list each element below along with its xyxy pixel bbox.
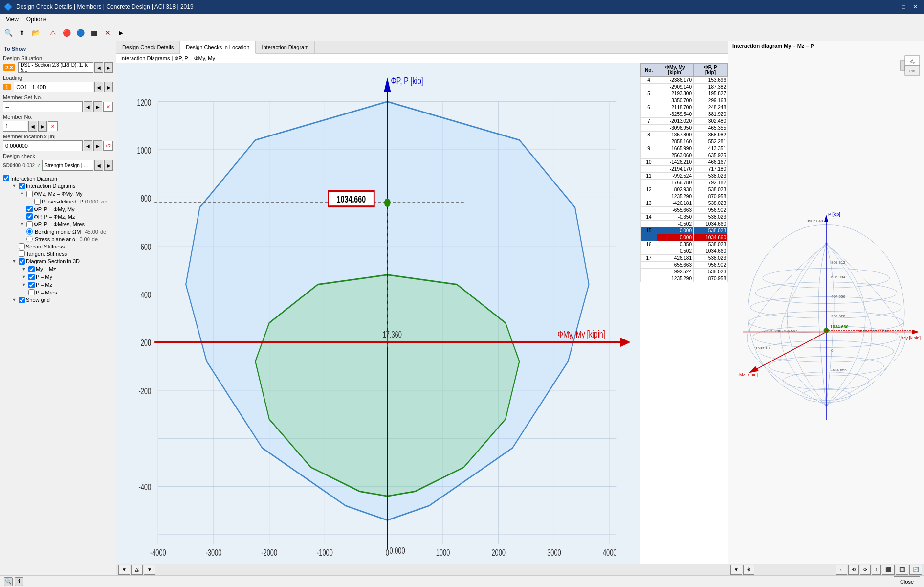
table-row[interactable]: 11-992.524538.023 [641,173,728,180]
table-row[interactable]: 14-0.350538.023 [641,214,728,221]
tree-expand-p-my[interactable]: ▼ [21,273,27,280]
toolbar-red[interactable]: 🔴 [60,26,73,39]
toolbar-search[interactable]: 🔍 [2,26,15,39]
close-button[interactable]: ✕ [910,2,920,11]
member-no-next[interactable]: ▶ [38,121,47,132]
table-row[interactable]: -0.5021034.660 [641,221,728,227]
table-row[interactable]: 8-1857.800358.982 [641,132,728,138]
right-nav-btn2[interactable]: ⟲ [848,565,859,575]
phi-p-mz-cb[interactable] [26,213,33,220]
table-row[interactable]: 0.0001034.660 [641,234,728,241]
table-row[interactable]: 6-2118.700248.248 [641,104,728,111]
member-set-next[interactable]: ▶ [93,101,102,112]
maximize-button[interactable]: □ [899,2,908,11]
status-search-icon[interactable]: 🔍 [4,577,13,586]
table-row[interactable]: 160.350538.023 [641,241,728,248]
table-row[interactable]: -655.663956.902 [641,207,728,214]
toolbar-close[interactable]: ✕ [101,26,114,39]
menu-view[interactable]: View [2,15,22,23]
member-location-dropdown[interactable]: 0.000000 [3,140,83,151]
view-cube[interactable]: Top L Front [898,53,922,78]
p-my-cb[interactable] [28,274,35,280]
phi-mz-my-cb[interactable] [26,191,33,197]
right-nav-btn4[interactable]: ↕ [872,565,881,575]
diagram3d-area[interactable]: Top L Front [728,51,924,564]
right-nav-btn6[interactable]: 🔲 [896,565,908,575]
right-nav-btn1[interactable]: ← [836,565,847,575]
member-set-prev[interactable]: ◀ [84,101,92,112]
toolbar-play[interactable]: ► [115,26,128,39]
table-row[interactable]: 12-802.938538.023 [641,186,728,193]
tab-interaction-diagram[interactable]: Interaction Diagram [256,41,315,53]
table-row[interactable]: 9-1665.990413.351 [641,145,728,152]
table-row[interactable]: 7-2013.020302.480 [641,118,728,125]
show-grid-cb[interactable] [19,297,25,303]
design-situation-dropdown[interactable]: DS1 - Section 2.3 (LRFD), 1. to 5... [18,62,93,73]
design-check-dropdown[interactable]: Strength Design | ... [42,160,93,171]
design-situation-next[interactable]: ▶ [104,62,113,73]
bending-moment-radio[interactable] [26,228,33,235]
tree-expand-phimres[interactable]: ▼ [19,221,25,227]
table-row[interactable]: 1235.290870.958 [641,275,728,282]
loading-next[interactable]: ▶ [104,82,113,92]
right-nav-btn5[interactable]: ⬛ [882,565,895,575]
member-no-clear[interactable]: ✕ [48,121,58,131]
tree-expand-3d[interactable]: ▼ [11,258,18,265]
phi-p-my-cb[interactable] [26,206,33,212]
toolbar-grid[interactable]: ▦ [88,26,100,39]
design-check-next[interactable]: ▶ [104,160,113,171]
table-row[interactable]: 992.524538.023 [641,269,728,275]
design-situation-prev[interactable]: ◀ [94,62,103,73]
right-settings-btn[interactable]: ⚙ [743,565,754,575]
tangent-cb[interactable] [19,250,25,257]
my-mz-cb[interactable] [28,266,35,272]
p-user-cb[interactable] [34,199,41,205]
table-row[interactable]: -1766.780792.182 [641,180,728,186]
right-nav-btn7[interactable]: 🔄 [909,565,922,575]
interaction-diagrams-cb[interactable] [19,183,25,189]
export-btn[interactable]: ▼ [118,565,130,575]
tab-design-checks-location[interactable]: Design Checks in Location [180,41,256,54]
table-row[interactable]: 17426.181538.023 [641,255,728,262]
design-check-prev[interactable]: ◀ [94,160,103,171]
table-row[interactable]: -2194.170717.180 [641,166,728,173]
secant-cb[interactable] [19,243,25,249]
right-nav-btn3[interactable]: ⟳ [860,565,871,575]
table-row[interactable]: 0.5021034.660 [641,248,728,255]
member-location-next[interactable]: ▶ [93,140,102,151]
interaction-diagram-cb[interactable] [3,175,9,181]
status-info-icon[interactable]: ℹ [15,577,23,586]
tree-expand-1[interactable]: ▼ [11,182,18,189]
table-row[interactable]: 655.663956.902 [641,262,728,269]
table-row[interactable]: 4-2386.170153.696 [641,77,728,84]
member-no-dropdown[interactable]: 1 [3,121,27,132]
member-location-xhalf[interactable]: x/2 [103,141,113,151]
loading-prev[interactable]: ◀ [94,82,103,92]
member-location-prev[interactable]: ◀ [84,140,92,151]
table-row[interactable]: 10-1426.210466.167 [641,159,728,166]
table-row[interactable]: -1235.290870.958 [641,193,728,200]
toolbar-blue[interactable]: 🔵 [74,26,87,39]
print-dropdown-btn[interactable]: ▼ [144,565,155,575]
loading-dropdown[interactable]: CO1 - 1.40D [14,82,93,92]
table-row[interactable]: 13-426.181538.023 [641,200,728,207]
table-row[interactable]: 150.000538.023 [641,227,728,234]
menu-options[interactable]: Options [22,15,50,23]
table-row[interactable]: -3350.700299.163 [641,97,728,104]
table-row[interactable]: -2909.140187.382 [641,84,728,90]
tab-design-check-details[interactable]: Design Check Details [116,41,180,53]
member-set-clear[interactable]: ✕ [103,102,113,112]
tree-expand-my-mz[interactable]: ▼ [21,266,27,272]
diagram-3d-cb[interactable] [19,258,25,265]
print-btn[interactable]: 🖨 [131,565,143,575]
table-row[interactable]: -2858.160552.281 [641,138,728,145]
toolbar-up[interactable]: ⬆ [16,26,28,39]
table-row[interactable]: -3259.540381.920 [641,111,728,118]
toolbar-warning[interactable]: ⚠ [46,26,59,39]
phi-p-phimres-cb[interactable] [26,221,33,227]
toolbar-open[interactable]: 📂 [29,26,42,39]
p-mres-cb[interactable] [28,289,35,295]
tree-expand-2[interactable]: ▼ [19,190,25,197]
member-set-dropdown[interactable]: -- [3,101,83,112]
table-row[interactable]: -2563.060635.925 [641,152,728,159]
